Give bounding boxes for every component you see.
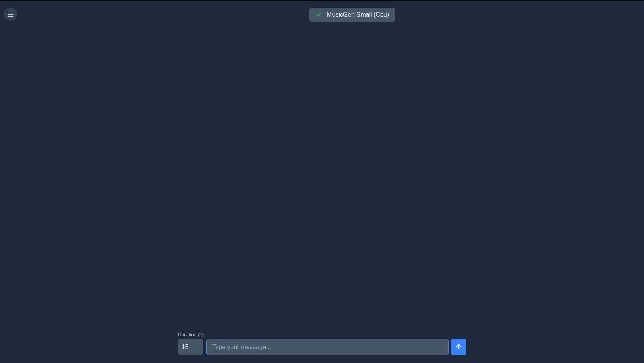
duration-input[interactable] (178, 339, 203, 355)
input-bar: Duration (s) (178, 332, 466, 355)
hamburger-icon (8, 12, 13, 17)
arrow-up-icon (455, 343, 463, 352)
send-button[interactable] (451, 339, 466, 355)
check-icon (315, 11, 322, 18)
menu-button[interactable] (4, 8, 17, 21)
duration-label: Duration (s) (178, 332, 204, 337)
duration-group: Duration (s) (178, 332, 204, 355)
message-input[interactable] (206, 339, 448, 355)
model-selector[interactable]: MusicGen Small (Cpu) (309, 8, 395, 22)
model-name: MusicGen Small (Cpu) (327, 11, 389, 18)
